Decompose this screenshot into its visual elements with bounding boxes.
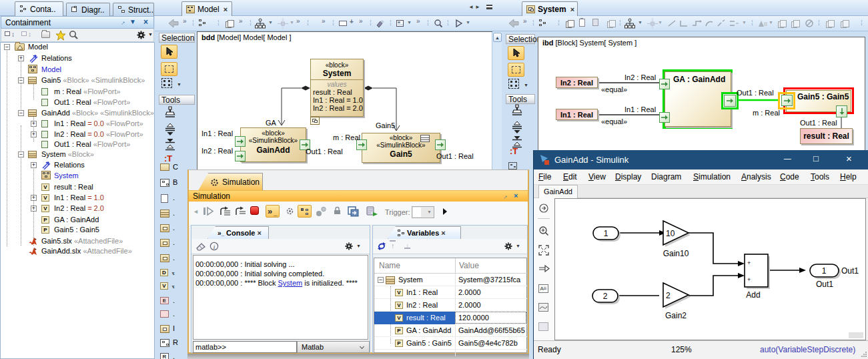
svg-text:Gain2: Gain2 (665, 311, 687, 320)
svg-text:1: 1 (822, 266, 827, 276)
svg-text:Add: Add (746, 290, 760, 300)
svg-text:2: 2 (666, 291, 671, 300)
svg-text:1: 1 (604, 229, 608, 238)
svg-text:+: + (747, 276, 751, 283)
svg-text:Gain10: Gain10 (663, 249, 689, 258)
svg-text:10: 10 (666, 229, 675, 238)
svg-text:i: i (213, 244, 215, 250)
svg-text:Out1: Out1 (841, 266, 859, 276)
svg-text:+: + (747, 260, 751, 266)
svg-text:2: 2 (603, 292, 608, 301)
svg-text:Out1: Out1 (816, 280, 833, 289)
